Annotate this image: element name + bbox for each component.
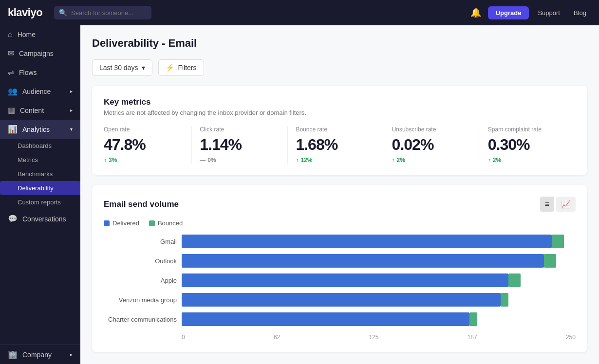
logo: klaviyo [8,6,42,19]
bar-bounced [469,312,477,326]
chart-axis: 0 62 125 187 250 [182,332,576,341]
key-metrics-title: Key metrics [104,97,576,107]
metric-value: 0.02% [392,136,472,154]
filter-icon: ⚡ [166,64,174,72]
bar-bounced [552,235,563,248]
delivered-label: Delivered [112,219,139,227]
metric-change: ↑ 2% [488,157,568,164]
audience-icon: 👥 [8,87,18,96]
sidebar-item-label: Conversations [22,215,66,223]
metric-label: Open rate [104,126,184,133]
sidebar-item-analytics[interactable]: 📊 Analytics ▾ [0,120,80,139]
search-input[interactable] [71,9,139,17]
bar-delivered [182,312,469,326]
bar-label: Charter communications [104,316,177,323]
sidebar-sub-metrics[interactable]: Metrics [0,153,80,167]
sidebar-bottom-label: Company [22,351,52,359]
filters-button[interactable]: ⚡ Filters [158,59,204,76]
search-icon: 🔍 [59,9,67,17]
metric-change: ↑ 12% [296,157,375,164]
notifications-icon[interactable]: 🔔 [468,4,484,21]
logo-text: klaviyo [8,6,42,19]
main-layout: ⌂ Home ✉ Campaigns ⇌ Flows 👥 Audience ▸ … [0,25,599,364]
sidebar-item-label: Audience [22,88,51,95]
change-value: 2% [397,157,405,164]
support-button[interactable]: Support [533,6,565,19]
bar-label: Apple [104,277,177,284]
bar-delivered [182,254,544,268]
date-filter-label: Last 30 days [99,64,138,72]
sidebar-item-conversations[interactable]: 💬 Conversations [0,209,80,228]
bar-container [182,235,576,248]
arrow-up-icon: ↑ [296,157,299,164]
sidebar-item-flows[interactable]: ⇌ Flows [0,63,80,82]
sidebar-item-campaigns[interactable]: ✉ Campaigns [0,44,80,63]
bar-bounced [544,254,556,268]
nav-right: 🔔 Upgrade Support Blog [468,4,591,21]
chart-bar-row: Gmail [104,235,576,248]
bar-bounced [501,293,508,307]
chart-bar-row: Verizon media group [104,293,576,307]
metric-value: 0.30% [488,136,568,154]
arrow-up-icon: ↑ [392,157,395,164]
chart-legend: Delivered Bounced [104,219,576,227]
bar-container [182,312,576,326]
chart-bar-row: Outlook [104,254,576,268]
legend-bounced: Bounced [149,219,183,227]
blog-button[interactable]: Blog [569,6,591,19]
search-bar[interactable]: 🔍 [54,6,151,19]
content-icon: ▦ [8,106,15,115]
chart-bar-row: Apple [104,273,576,287]
bar-chart-button[interactable]: ≡ [540,197,554,212]
sidebar-sub-custom-reports[interactable]: Custom reports [0,195,80,209]
company-icon: 🏢 [8,350,18,359]
sidebar-item-label: Campaigns [19,50,54,57]
top-navigation: klaviyo 🔍 🔔 Upgrade Support Blog [0,0,599,25]
date-picker-button[interactable]: Last 30 days ▾ [92,59,152,76]
arrow-up-icon: ↑ [104,157,107,164]
page-header: Deliverability - Email [92,37,587,50]
metric-value: 1.14% [200,136,280,154]
sidebar: ⌂ Home ✉ Campaigns ⇌ Flows 👥 Audience ▸ … [0,25,80,364]
upgrade-button[interactable]: Upgrade [488,6,529,19]
page-title: Deliverability - Email [92,37,587,50]
home-icon: ⌂ [8,30,13,39]
delivered-dot [104,220,110,226]
sidebar-item-audience[interactable]: 👥 Audience ▸ [0,82,80,101]
axis-label-0: 0 [182,334,185,341]
sidebar-sub-deliverability[interactable]: Deliverability [0,181,80,195]
flows-icon: ⇌ [8,68,14,77]
bar-container [182,273,576,287]
bar-delivered [182,273,508,287]
chevron-up-icon: ▸ [70,352,73,357]
sidebar-item-label: Content [20,107,44,114]
metric-click-rate: Click rate 1.14% — 0% [192,126,288,164]
metric-label: Click rate [200,126,280,133]
change-value: 3% [109,157,117,164]
metric-value: 47.8% [104,136,184,154]
bar-label: Gmail [104,238,177,245]
sidebar-sub-benchmarks[interactable]: Benchmarks [0,167,80,181]
metric-change: — 0% [200,157,280,164]
sidebar-sub-dashboards[interactable]: Dashboards [0,139,80,153]
metric-unsubscribe-rate: Unsubscribe rate 0.02% ↑ 2% [384,126,480,164]
line-chart-button[interactable]: 📈 [556,197,576,212]
sidebar-item-company[interactable]: 🏢 Company ▸ [0,345,80,364]
sidebar-bottom: 🏢 Company ▸ [0,345,80,364]
toolbar: Last 30 days ▾ ⚡ Filters [92,59,587,76]
change-value: 2% [493,157,501,164]
volume-header: Email send volume ≡ 📈 [104,197,576,212]
sidebar-item-home[interactable]: ⌂ Home [0,25,80,44]
metrics-row: Open rate 47.8% ↑ 3% Click rate 1.14% — … [104,126,576,164]
flat-icon: — [200,157,206,164]
bar-chart: GmailOutlookAppleVerizon media groupChar… [104,235,576,326]
chevron-down-icon: ▸ [70,108,73,113]
filters-label: Filters [178,64,196,72]
metric-change: ↑ 2% [392,157,472,164]
metric-label: Spam complaint rate [488,126,568,133]
analytics-icon: 📊 [8,125,18,134]
sidebar-item-content[interactable]: ▦ Content ▸ [0,101,80,120]
chart-controls: ≡ 📈 [540,197,576,212]
axis-label-187: 187 [468,334,477,341]
chart-bar-row: Charter communications [104,312,576,326]
